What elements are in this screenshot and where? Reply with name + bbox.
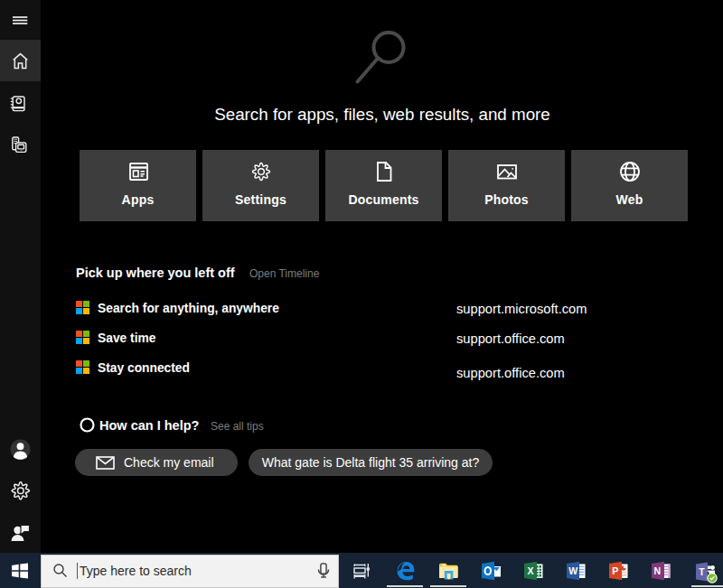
svg-text:P: P [612, 565, 618, 576]
svg-text:W: W [568, 565, 577, 576]
svg-text:T: T [699, 566, 705, 577]
svg-text:X: X [527, 565, 533, 576]
svg-text:N: N [654, 565, 662, 576]
